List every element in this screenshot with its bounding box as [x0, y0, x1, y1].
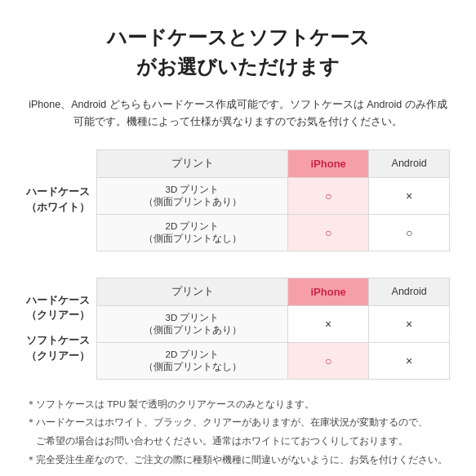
table1-row1-iphone: ○ [288, 177, 369, 214]
row-header-2a: ハードケース （クリアー） [26, 293, 90, 324]
table2-row2-iphone: ○ [288, 342, 369, 379]
table1-header-android: Android [369, 149, 450, 177]
table-row: 3D プリント （側面プリントあり） ○ × [97, 177, 450, 214]
page-container: ハードケースとソフトケース がお選びいただけます iPhone、Android … [0, 0, 476, 476]
table1-row1-android: × [369, 177, 450, 214]
row-header-1: ハードケース （ホワイト） [26, 149, 96, 251]
intro-text: iPhone、Android どちらもハードケース作成可能です。ソフトケースは … [26, 96, 450, 131]
table-section-2: ハードケース （クリアー） ソフトケース （クリアー） プリント iPhone … [26, 278, 450, 380]
table-section-1: ハードケース （ホワイト） プリント iPhone Android 3D プリン… [26, 149, 450, 251]
row-header-2b: ソフトケース （クリアー） [26, 333, 90, 364]
note-1: ＊ソフトケースは TPU 製で透明のクリアケースのみとなります。 [26, 396, 450, 413]
table2-row2-print: 2D プリント （側面プリントなし） [97, 342, 288, 379]
table-2: プリント iPhone Android 3D プリント （側面プリントあり） ×… [96, 278, 450, 380]
table2-row1-print: 3D プリント （側面プリントあり） [97, 305, 288, 342]
table2-header-iphone: iPhone [288, 278, 369, 305]
table-row: 2D プリント （側面プリントなし） ○ ○ [97, 214, 450, 251]
note-4: ＊完全受注生産なので、ご注文の際に種類や機種に間違いがないように、お気を付けくだ… [26, 452, 450, 469]
table-wrapper-2: ハードケース （クリアー） ソフトケース （クリアー） プリント iPhone … [26, 278, 450, 380]
table-row: 3D プリント （側面プリントあり） × × [97, 305, 450, 342]
table2-row1-android: × [369, 305, 450, 342]
table1-header-print: プリント [97, 149, 288, 177]
table2-header-android: Android [369, 278, 450, 305]
notes-section: ＊ソフトケースは TPU 製で透明のクリアケースのみとなります。 ＊ハードケース… [26, 396, 450, 469]
table2-header-print: プリント [97, 278, 288, 305]
note-3: ご希望の場合はお問い合わせください。通常はホワイトにておつくりしております。 [26, 433, 450, 450]
table2-row2-android: × [369, 342, 450, 379]
note-2: ＊ハードケースはホワイト、ブラック、クリアーがありますが、在庫状況が変動するので… [26, 414, 450, 431]
table1-row2-android: ○ [369, 214, 450, 251]
main-title: ハードケースとソフトケース がお選びいただけます [26, 23, 450, 82]
table-row: 2D プリント （側面プリントなし） ○ × [97, 342, 450, 379]
row-header-2: ハードケース （クリアー） ソフトケース （クリアー） [26, 278, 96, 380]
table-1: プリント iPhone Android 3D プリント （側面プリントあり） ○… [96, 149, 450, 251]
table-wrapper-1: ハードケース （ホワイト） プリント iPhone Android 3D プリン… [26, 149, 450, 251]
table1-row2-print: 2D プリント （側面プリントなし） [97, 214, 288, 251]
table2-row1-iphone: × [288, 305, 369, 342]
table1-row1-print: 3D プリント （側面プリントあり） [97, 177, 288, 214]
table1-row2-iphone: ○ [288, 214, 369, 251]
table1-header-iphone: iPhone [288, 149, 369, 177]
